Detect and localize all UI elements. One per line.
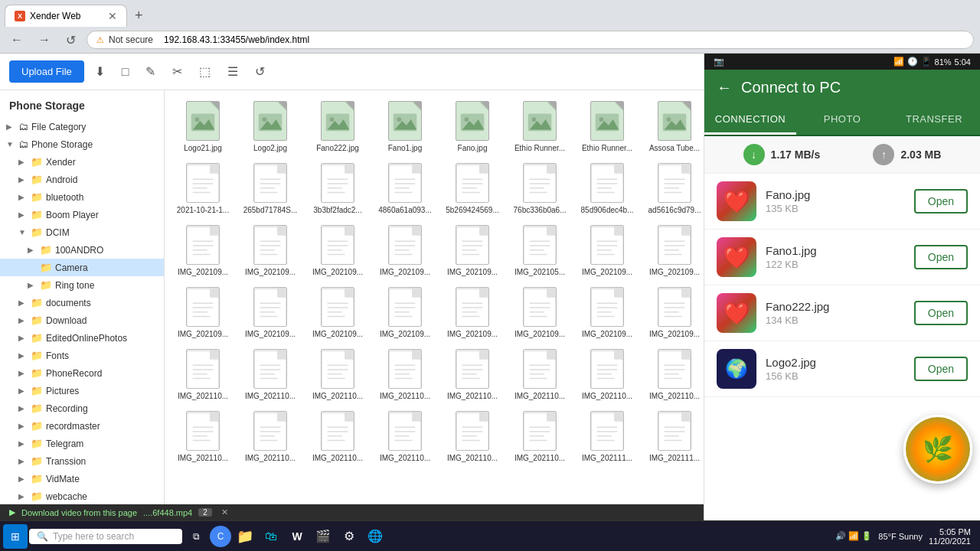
file-item[interactable]: IMG_202110... [440, 406, 505, 465]
file-item[interactable]: IMG_202109... [238, 282, 302, 341]
file-item[interactable]: 5b269424569... [440, 158, 505, 217]
file-item[interactable]: IMG_202110... [238, 344, 302, 403]
file-item[interactable]: IMG_202110... [508, 406, 572, 465]
file-item[interactable]: IMG_202110... [373, 406, 437, 465]
sidebar-item-file-category[interactable]: ▶ 🗂 File Category [0, 118, 164, 135]
tab-close-btn[interactable]: ✕ [108, 10, 117, 22]
file-item[interactable]: IMG_202110... [373, 344, 437, 403]
sidebar-item-fonts[interactable]: ▶ 📁 Fonts [0, 347, 164, 364]
tab-photo[interactable]: PHOTO [796, 106, 888, 135]
sidebar-item-100andro[interactable]: ▶ 📁 100ANDRO [0, 241, 164, 259]
file-item[interactable]: Ethio Runner... [508, 96, 572, 155]
download-btn[interactable]: ⬇ [89, 60, 111, 83]
sidebar-item-phone-storage[interactable]: ▼ 🗂 Phone Storage [0, 135, 164, 153]
cut-btn[interactable]: ✂ [166, 60, 188, 83]
rename-btn[interactable]: ✎ [139, 60, 162, 83]
sidebar-item-recordmaster[interactable]: ▶ 📁 recordmaster [0, 417, 164, 435]
file-item[interactable]: IMG_202110... [440, 344, 505, 403]
settings-btn[interactable]: ⚙ [337, 524, 361, 549]
file-item[interactable]: IMG_202109... [642, 282, 704, 341]
file-item[interactable]: IMG_202109... [305, 220, 370, 279]
sidebar-item-vidmate[interactable]: ▶ 📁 VidMate [0, 470, 164, 487]
tab-transfer[interactable]: TRANSFER [888, 106, 980, 135]
sidebar-item-boom-player[interactable]: ▶ 📁 Boom Player [0, 206, 164, 223]
file-item[interactable]: IMG_202109... [575, 220, 639, 279]
file-item[interactable]: IMG_202110... [171, 406, 235, 465]
vlc-btn[interactable]: 🎬 [311, 524, 335, 549]
file-item[interactable]: IMG_202109... [440, 220, 505, 279]
file-item[interactable]: IMG_202105... [508, 220, 572, 279]
taskbar-search[interactable]: 🔍 Type here to search [29, 529, 182, 544]
new-folder-btn[interactable]: □ [116, 60, 136, 83]
file-item[interactable]: IMG_202109... [171, 282, 235, 341]
upload-file-btn[interactable]: Upload File [9, 60, 84, 83]
sidebar-item-documents[interactable]: ▶ 📁 documents [0, 294, 164, 311]
sidebar-item-transsion[interactable]: ▶ 📁 Transsion [0, 452, 164, 470]
sidebar-item-download[interactable]: ▶ 📁 Download [0, 311, 164, 329]
file-item[interactable]: Fano1.jpg [373, 96, 437, 155]
task-view-btn[interactable]: ⧉ [184, 524, 208, 549]
sidebar-item-xender[interactable]: ▶ 📁 Xender [0, 153, 164, 171]
sidebar-item-phonerecord[interactable]: ▶ 📁 PhoneRecord [0, 364, 164, 382]
windows-start-btn[interactable]: ⊞ [3, 524, 28, 549]
copy-btn[interactable]: ⬚ [193, 60, 217, 83]
file-item[interactable]: 3b3bf2fadc2... [305, 158, 370, 217]
file-item[interactable]: 2021-10-21-1... [171, 158, 235, 217]
refresh-btn[interactable]: ↺ [249, 60, 271, 83]
file-item[interactable]: IMG_202109... [508, 282, 572, 341]
file-item[interactable]: ad5616c9d79... [642, 158, 704, 217]
word-btn[interactable]: W [285, 524, 309, 549]
file-item[interactable]: IMG_202110... [305, 406, 370, 465]
sidebar-item-dcim[interactable]: ▼ 📁 DCIM [0, 223, 164, 241]
file-item[interactable]: 76bc336b0a6... [508, 158, 572, 217]
file-item[interactable]: 85d906dec4b... [575, 158, 639, 217]
open-file-btn[interactable]: Open [914, 357, 968, 381]
open-file-btn[interactable]: Open [914, 301, 968, 325]
file-item[interactable]: Fano.jpg [440, 96, 505, 155]
back-nav-btn[interactable]: ← [6, 31, 28, 48]
file-item[interactable]: IMG_202110... [238, 406, 302, 465]
file-item[interactable]: IMG_202109... [238, 220, 302, 279]
browser-taskbar-btn[interactable]: 🌐 [363, 524, 387, 549]
sidebar-item-editedonlinephotos[interactable]: ▶ 📁 EditedOnlinePhotos [0, 329, 164, 347]
forward-nav-btn[interactable]: → [34, 31, 55, 48]
file-item[interactable]: Ethio Runner... [575, 96, 639, 155]
file-item[interactable]: IMG_202110... [642, 344, 704, 403]
reload-btn[interactable]: ↺ [61, 31, 80, 49]
file-item[interactable]: IMG_202109... [373, 220, 437, 279]
file-item[interactable]: IMG_202111... [575, 406, 639, 465]
file-item[interactable]: IMG_202110... [575, 344, 639, 403]
file-item[interactable]: IMG_202111... [642, 406, 704, 465]
sidebar-item-ring-tone[interactable]: ▶ 📁 Ring tone [0, 276, 164, 294]
file-item[interactable]: Logo21.jpg [171, 96, 235, 155]
chrome-taskbar-btn[interactable]: C [210, 526, 231, 547]
file-item[interactable]: IMG_202109... [171, 220, 235, 279]
file-item[interactable]: IMG_202110... [171, 344, 235, 403]
list-view-btn[interactable]: ☰ [221, 60, 244, 83]
sidebar-item-android[interactable]: ▶ 📁 Android [0, 171, 164, 188]
open-file-btn[interactable]: Open [914, 189, 968, 214]
store-btn[interactable]: 🛍 [259, 524, 283, 549]
file-explorer-btn[interactable]: 📁 [233, 524, 257, 549]
browser-tab[interactable]: X Xender Web ✕ [5, 5, 127, 27]
sidebar-item-bluetooth[interactable]: ▶ 📁 bluetooth [0, 188, 164, 206]
file-item[interactable]: Assosa Tube... [642, 96, 704, 155]
sidebar-item-recording[interactable]: ▶ 📁 Recording [0, 399, 164, 417]
open-file-btn[interactable]: Open [914, 245, 968, 269]
file-item[interactable]: IMG_202109... [440, 282, 505, 341]
file-item[interactable]: 4860a61a093... [373, 158, 437, 217]
file-item[interactable]: Fano222.jpg [305, 96, 370, 155]
file-item[interactable]: IMG_202109... [575, 282, 639, 341]
file-item[interactable]: Logo2.jpg [238, 96, 302, 155]
file-item[interactable]: IMG_202109... [373, 282, 437, 341]
sidebar-item-telegram[interactable]: ▶ 📁 Telegram [0, 435, 164, 452]
sidebar-item-webcache[interactable]: ▶ 📁 webcache [0, 487, 164, 504]
mobile-back-btn[interactable]: ← [717, 79, 732, 96]
file-item[interactable]: IMG_202110... [305, 344, 370, 403]
new-tab-btn[interactable]: + [129, 5, 149, 27]
sidebar-item-camera[interactable]: 📁 Camera [0, 259, 164, 276]
file-item[interactable]: 265bd71784S... [238, 158, 302, 217]
bottom-close-btn[interactable]: ✕ [221, 507, 228, 517]
file-item[interactable]: IMG_202110... [508, 344, 572, 403]
sidebar-item-pictures[interactable]: ▶ 📁 Pictures [0, 382, 164, 399]
